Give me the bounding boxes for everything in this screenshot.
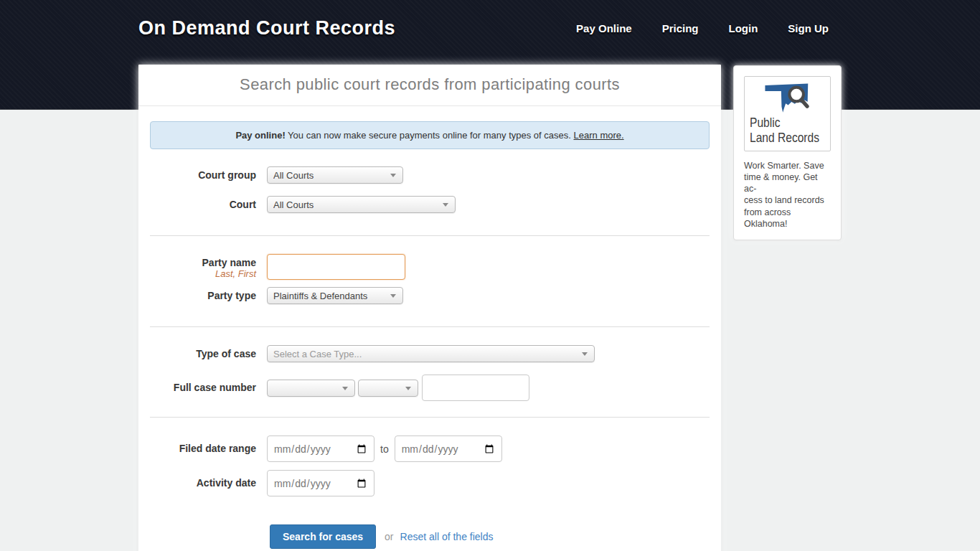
activity-date-label: Activity date xyxy=(150,477,267,489)
page-title: Search public court records from partici… xyxy=(138,65,721,106)
case-type-row: Type of case Select a Case Type... xyxy=(150,345,710,362)
activity-date-row: Activity date xyxy=(150,470,710,496)
pay-online-banner: Pay online! You can now make secure paym… xyxy=(150,121,710,149)
party-name-label: Party name Last, First xyxy=(150,254,267,280)
case-number-year-select-wrap xyxy=(358,380,418,397)
section-divider xyxy=(150,326,710,327)
party-name-format-hint: Last, First xyxy=(150,269,256,280)
reset-fields-link[interactable]: Reset all of the fields xyxy=(400,531,494,542)
activity-date-input[interactable] xyxy=(267,470,374,496)
logo-text: Public Land Records xyxy=(750,115,825,146)
ad-description: Work Smarter. Save time & money. Get ac-… xyxy=(744,160,831,230)
date-range-separator: to xyxy=(380,443,389,455)
filed-date-from-input[interactable] xyxy=(267,435,374,462)
submit-row: Search for cases or Reset all of the fie… xyxy=(150,524,710,549)
search-panel: Search public court records from partici… xyxy=(138,65,721,551)
nav-sign-up[interactable]: Sign Up xyxy=(788,22,829,34)
filed-date-range-label: Filed date range xyxy=(150,443,267,454)
court-label: Court xyxy=(150,199,267,210)
case-number-type-select[interactable] xyxy=(267,380,355,397)
case-type-label: Type of case xyxy=(150,348,267,359)
case-number-row: Full case number xyxy=(150,375,710,401)
court-row: Court All Courts xyxy=(150,196,710,213)
party-type-select[interactable]: Plaintiffs & Defendants xyxy=(267,287,403,304)
section-divider xyxy=(150,417,710,418)
party-type-label: Party type xyxy=(150,290,267,301)
filed-date-to-input[interactable] xyxy=(395,435,502,462)
nav-pricing[interactable]: Pricing xyxy=(662,22,699,34)
public-land-records-ad: Public Land Records Work Smarter. Save t… xyxy=(733,65,842,240)
court-group-select[interactable]: All Courts xyxy=(267,166,403,184)
nav-pay-online[interactable]: Pay Online xyxy=(576,22,632,34)
search-for-cases-button[interactable]: Search for cases xyxy=(270,524,376,549)
filed-date-range-row: Filed date range to xyxy=(150,435,710,462)
court-select-wrap: All Courts xyxy=(267,196,456,213)
case-number-year-select[interactable] xyxy=(358,380,418,397)
banner-bold-text: Pay online! xyxy=(235,130,285,141)
learn-more-link[interactable]: Learn more. xyxy=(574,130,624,141)
case-number-input[interactable] xyxy=(422,375,529,401)
court-group-row: Court group All Courts xyxy=(150,166,710,184)
case-type-select[interactable]: Select a Case Type... xyxy=(267,345,595,362)
party-type-row: Party type Plaintiffs & Defendants xyxy=(150,287,710,304)
party-name-row: Party name Last, First xyxy=(150,254,710,280)
nav-login[interactable]: Login xyxy=(729,22,758,34)
court-group-select-wrap: All Courts xyxy=(267,166,403,184)
case-number-label: Full case number xyxy=(150,382,267,393)
party-type-select-wrap: Plaintiffs & Defendants xyxy=(267,287,403,304)
top-nav: Pay Online Pricing Login Sign Up xyxy=(576,22,829,34)
banner-text: You can now make secure payments online … xyxy=(286,130,574,141)
case-type-select-wrap: Select a Case Type... xyxy=(267,345,595,362)
case-number-type-select-wrap xyxy=(267,380,355,397)
public-land-records-logo[interactable]: Public Land Records xyxy=(744,76,831,151)
oklahoma-state-search-icon xyxy=(750,80,825,113)
section-divider xyxy=(150,235,710,236)
header: On Demand Court Records Pay Online Prici… xyxy=(138,13,829,43)
site-title: On Demand Court Records xyxy=(138,17,395,39)
party-name-input[interactable] xyxy=(267,254,405,280)
court-group-label: Court group xyxy=(150,169,267,181)
court-select[interactable]: All Courts xyxy=(267,196,456,213)
or-text: or xyxy=(385,531,393,542)
